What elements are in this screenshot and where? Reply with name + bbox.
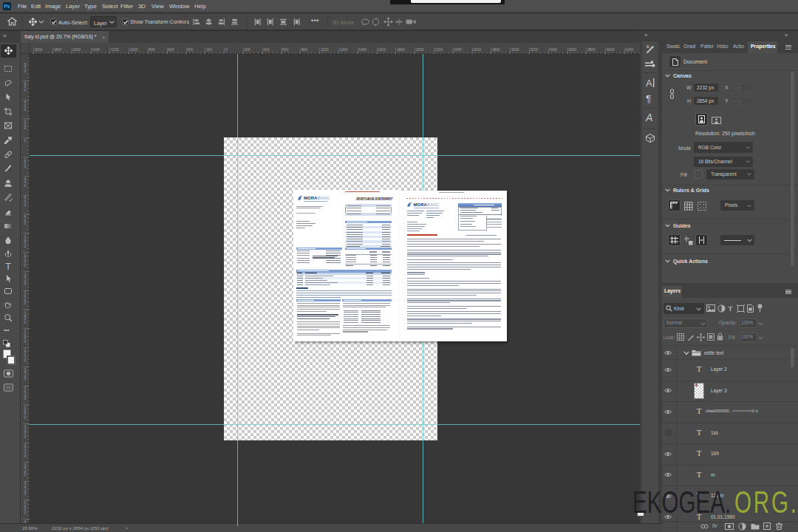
svg-text:¶: ¶ — [646, 93, 651, 103]
svg-text:A: A — [645, 112, 652, 123]
svg-text:T: T — [5, 262, 11, 270]
svg-text:A: A — [646, 78, 652, 88]
svg-text:E: E — [647, 44, 649, 49]
